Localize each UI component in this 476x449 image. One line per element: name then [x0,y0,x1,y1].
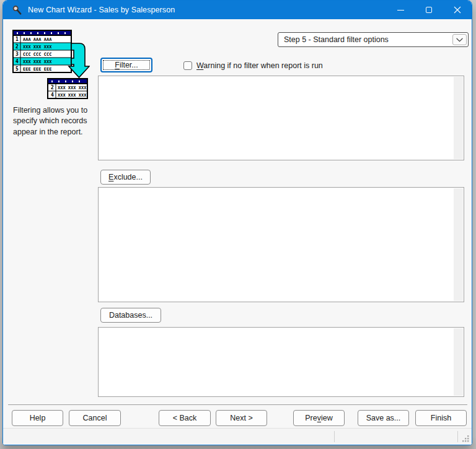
databases-listbox[interactable] [98,327,464,397]
preview-button[interactable]: Preview [293,410,345,426]
filter-illustration: 1 AAA AAA AAA 2 XXX XXX XXX 3 CCC CCC CC… [12,29,90,102]
no-filter-warning-option: Warning if no filter when report is run [183,60,323,71]
save-as-button-label: Save as... [366,414,401,422]
wizard-window: New Chart Wizard - Sales by Salesperson [2,0,472,445]
step-selector-combobox[interactable]: Step 5 - Standard filter options [278,32,469,47]
titlebar[interactable]: New Chart Wizard - Sales by Salesperson [3,1,472,19]
svg-text:XXX XXX XXX: XXX XXX XXX [23,45,52,50]
svg-text:5: 5 [15,66,19,72]
svg-text:4: 4 [15,59,19,64]
sidebar-description: Filtering allows you to specify which re… [13,105,95,137]
back-button-label: < Back [173,414,197,422]
databases-listbox-scrollbar[interactable] [454,328,463,396]
svg-text:2: 2 [15,44,19,50]
resize-grip-icon[interactable] [462,435,470,443]
cancel-button-label: Cancel [83,414,107,422]
big-table: 1 AAA AAA AAA 2 XXX XXX XXX 3 CCC CCC CC… [13,30,71,72]
svg-text:2: 2 [51,85,54,90]
step-selector-value: Step 5 - Standard filter options [278,35,389,44]
svg-text:3: 3 [15,51,19,57]
exclude-listbox-scrollbar[interactable] [454,188,463,301]
minimize-icon [397,10,404,11]
finish-button-label: Finish [431,414,451,422]
next-button[interactable]: Next > [216,410,267,426]
status-panel-divider [457,431,458,442]
svg-text:XXX XXX XXX: XXX XXX XXX [58,85,87,90]
cancel-button[interactable]: Cancel [69,410,121,426]
close-button[interactable] [443,1,472,19]
combobox-dropdown-button[interactable] [452,34,467,45]
maximize-icon [426,7,432,13]
close-icon [454,6,461,14]
filter-button-label: Filter... [115,61,138,69]
status-panel-divider [334,431,335,442]
preview-button-label: Preview [305,414,332,422]
svg-text:AAA AAA AAA: AAA AAA AAA [23,37,52,42]
exclude-listbox[interactable] [98,187,464,302]
svg-text:1: 1 [15,37,19,42]
small-table: 2 XXX XXX XXX 4 XXX XXX XXX [48,79,87,98]
help-button-label: Help [30,414,46,422]
minimize-button[interactable] [386,1,415,19]
help-button[interactable]: Help [12,410,63,426]
no-filter-warning-label: Warning if no filter when report is run [196,61,323,70]
status-bar [3,428,472,445]
maximize-button[interactable] [415,1,443,19]
svg-text:4: 4 [51,92,54,98]
exclude-button[interactable]: Exclude... [100,170,151,185]
no-filter-warning-checkbox[interactable] [183,61,192,70]
chevron-down-icon [456,38,463,42]
next-button-label: Next > [230,414,252,422]
save-as-button[interactable]: Save as... [358,410,409,426]
svg-text:XXX XXX XXX: XXX XXX XXX [23,59,52,64]
databases-button[interactable]: Databases... [100,308,161,323]
databases-button-label: Databases... [109,311,152,320]
filter-button[interactable]: Filter... [100,58,152,72]
back-button[interactable]: < Back [159,410,211,426]
magnifier-icon [12,5,22,15]
footer-separator [8,404,467,405]
svg-text:CCC CCC CCC: CCC CCC CCC [23,52,51,57]
dialog-body: Step 5 - Standard filter options [3,19,472,445]
filter-listbox-scrollbar[interactable] [454,77,463,159]
svg-text:EEE EEE EEE: EEE EEE EEE [23,67,51,72]
desktop-background: New Chart Wizard - Sales by Salesperson [0,0,476,449]
finish-button[interactable]: Finish [415,410,467,426]
exclude-button-label: Exclude... [108,173,143,181]
window-title: New Chart Wizard - Sales by Salesperson [28,6,175,14]
filter-listbox[interactable] [98,76,464,160]
window-controls [386,1,472,19]
svg-text:XXX XXX XXX: XXX XXX XXX [58,93,87,98]
